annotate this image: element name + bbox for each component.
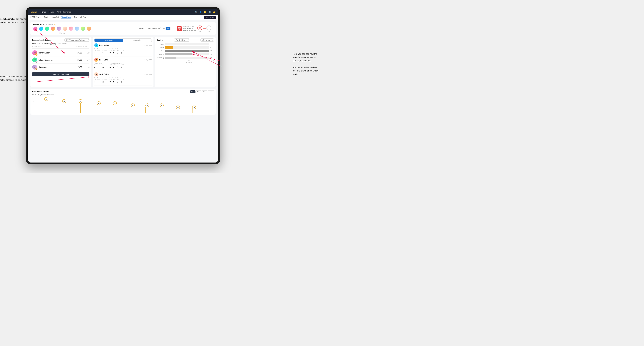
svg-line-2	[192, 54, 222, 61]
svg-line-3	[192, 51, 222, 66]
annotation-arrows	[0, 0, 322, 173]
svg-line-0	[32, 27, 65, 53]
svg-line-1	[32, 77, 89, 82]
